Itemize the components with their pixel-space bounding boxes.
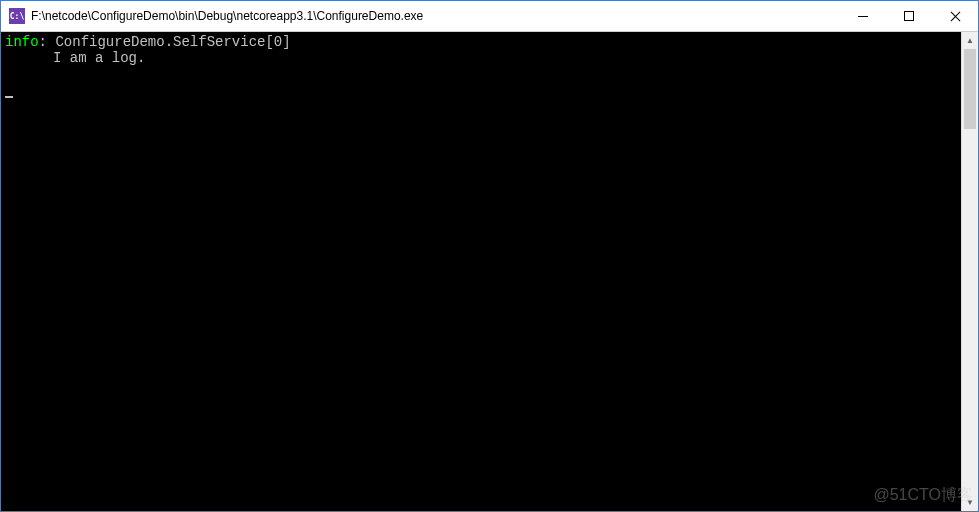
maximize-button[interactable] — [886, 1, 932, 31]
text-cursor — [5, 96, 13, 98]
maximize-icon — [904, 11, 914, 21]
scroll-up-button[interactable]: ▲ — [962, 32, 978, 49]
scroll-down-button[interactable]: ▼ — [962, 494, 978, 511]
window-controls — [840, 1, 978, 31]
console-output[interactable]: info: ConfigureDemo.SelfService[0] I am … — [1, 32, 961, 511]
close-button[interactable] — [932, 1, 978, 31]
log-message: I am a log. — [5, 50, 957, 66]
scroll-track[interactable] — [962, 49, 978, 494]
scroll-thumb[interactable] — [964, 49, 976, 129]
minimize-icon — [858, 16, 868, 17]
window-title: F:\netcode\ConfigureDemo\bin\Debug\netco… — [31, 9, 840, 23]
console-window: C:\ F:\netcode\ConfigureDemo\bin\Debug\n… — [0, 0, 979, 512]
close-icon — [950, 11, 960, 21]
log-level: info — [5, 34, 39, 50]
log-separator: : — [39, 34, 56, 50]
console-area: info: ConfigureDemo.SelfService[0] I am … — [1, 31, 978, 511]
minimize-button[interactable] — [840, 1, 886, 31]
vertical-scrollbar[interactable]: ▲ ▼ — [961, 32, 978, 511]
log-source: ConfigureDemo.SelfService[0] — [55, 34, 290, 50]
app-icon: C:\ — [9, 8, 25, 24]
titlebar[interactable]: C:\ F:\netcode\ConfigureDemo\bin\Debug\n… — [1, 1, 978, 31]
